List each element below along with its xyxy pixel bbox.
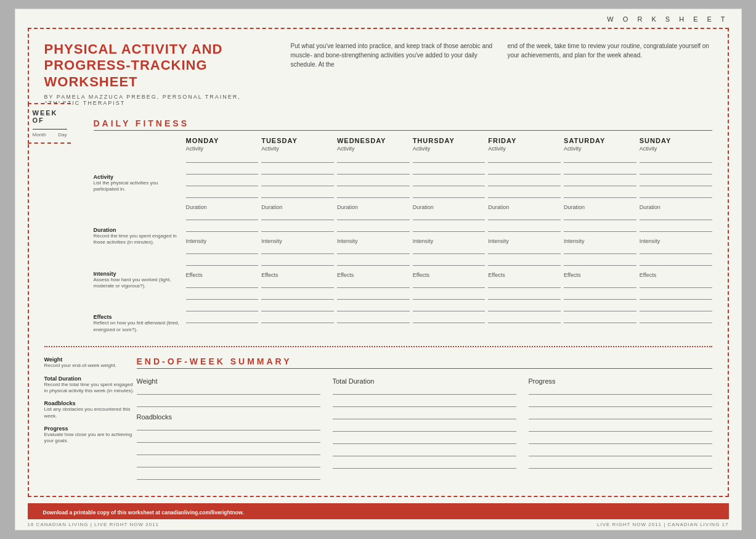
days-grid: MONDAY Activity Duration — [186, 137, 712, 337]
label-progress: Progress Evaluate how close you are to a… — [44, 426, 137, 445]
label-total-duration: Total Duration Record the total time you… — [44, 376, 137, 395]
effects-lines-mon — [186, 279, 259, 323]
summary-col2: Total Duration — [333, 375, 516, 483]
label-roadblocks: Roadblocks List any obstacles you encoun… — [44, 400, 137, 419]
label-duration: Duration Record the time you spent engag… — [94, 227, 180, 246]
summary-left-labels: Weight Record your end-of-week weight. T… — [44, 356, 137, 483]
end-of-week-title: END-OF-WEEK SUMMARY — [137, 356, 712, 369]
thursday-col: THURSDAY Activity Duration — [413, 137, 486, 337]
monday-col: MONDAY Activity Duration — [186, 137, 259, 337]
grid-container: Activity List the physical activities yo… — [94, 137, 712, 337]
worksheet-label: W O R K S H E E T — [607, 15, 728, 23]
saturday-col: SATURDAY Activity Duration — [564, 137, 636, 337]
footer-left-text: 16 CANADIAN LIVING | LIVE RIGHT NOW 2011 — [28, 522, 160, 527]
label-activity: Activity List the physical activities yo… — [94, 174, 180, 193]
tuesday-col: TUESDAY Activity Duration — [261, 137, 334, 337]
subtitle: BY PAMELA MAZZUCA PREBEG, PERSONAL TRAIN… — [44, 94, 278, 106]
description-block: Put what you've learned into practice, a… — [291, 41, 495, 106]
description-block2: end of the week, take time to review you… — [508, 41, 712, 106]
desc1: Put what you've learned into practice, a… — [291, 43, 493, 68]
duration-lines-mon — [186, 212, 259, 232]
summary-content: END-OF-WEEK SUMMARY Weight Roadblocks — [137, 356, 712, 483]
left-labels-col: Activity List the physical activities yo… — [94, 137, 180, 337]
header-section: PHYSICAL ACTIVITY ANDPROGRESS-TRACKING W… — [44, 41, 712, 106]
label-effects: Effects Reflect on how you felt afterwar… — [94, 314, 180, 333]
week-of-label: WEEK OF — [33, 109, 67, 124]
main-content: PHYSICAL ACTIVITY ANDPROGRESS-TRACKING W… — [28, 28, 729, 497]
page: W O R K S H E E T PHYSICAL ACTIVITY ANDP… — [15, 9, 742, 530]
title-block: PHYSICAL ACTIVITY ANDPROGRESS-TRACKING W… — [44, 41, 278, 106]
summary-section: Weight Record your end-of-week weight. T… — [44, 356, 712, 483]
label-intensity: Intensity Assess how hard you worked (li… — [94, 271, 180, 290]
footer-bar: Download a printable copy of this worksh… — [28, 503, 729, 519]
summary-col1: Weight Roadblocks — [137, 375, 320, 483]
friday-col: FRIDAY Activity Duration — [488, 137, 561, 337]
page-footer: 16 CANADIAN LIVING | LIVE RIGHT NOW 2011… — [15, 519, 741, 530]
activity-lines-mon — [186, 154, 259, 198]
dotted-divider — [44, 346, 712, 347]
summary-grid: Weight Roadblocks — [137, 375, 712, 483]
month-label: Month — [33, 132, 46, 138]
summary-col3: Progress — [529, 375, 712, 483]
daily-fitness-section: DAILY FITNESS Activity List the physical… — [94, 118, 712, 337]
intensity-lines-mon — [186, 245, 259, 266]
desc2: end of the week, take time to review you… — [508, 43, 709, 59]
label-weight: Weight Record your end-of-week weight. — [44, 356, 137, 369]
wednesday-col: WEDNESDAY Activity Duration — [337, 137, 410, 337]
week-of-block: WEEK OF Month Day — [28, 103, 71, 144]
footer-bar-text: Download a printable copy of this worksh… — [43, 509, 244, 516]
sunday-col: SUNDAY Activity Duration — [640, 137, 712, 337]
main-title: PHYSICAL ACTIVITY ANDPROGRESS-TRACKING W… — [44, 41, 278, 90]
footer-right-text: LIVE RIGHT NOW 2011 | CANADIAN LIVING 17 — [597, 522, 729, 527]
day-label: Day — [58, 132, 67, 138]
daily-fitness-title: DAILY FITNESS — [94, 118, 712, 131]
week-sub: Month Day — [33, 132, 67, 138]
